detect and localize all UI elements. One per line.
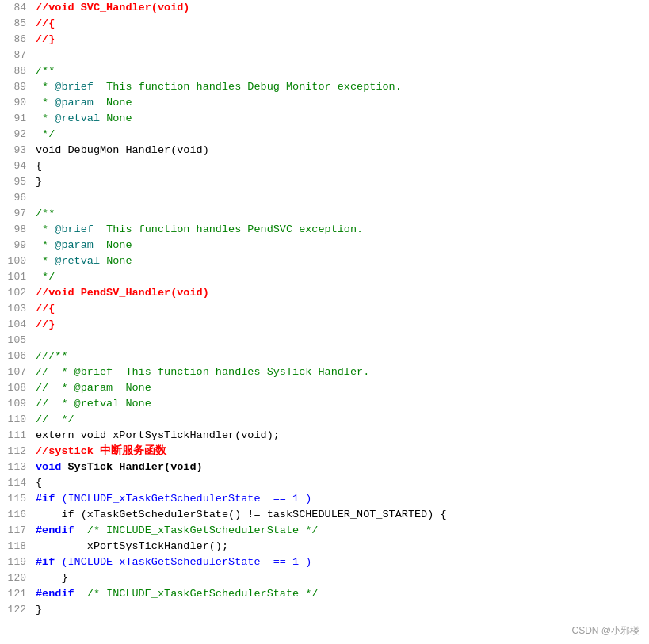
line-number: 113 — [0, 459, 36, 475]
line-content: #endif /* INCLUDE_xTaskGetSchedulerState… — [36, 523, 649, 539]
line-number: 93 — [0, 143, 36, 158]
line-number: 90 — [0, 95, 36, 111]
code-line: 113void SysTick_Handler(void) — [0, 459, 649, 475]
line-number: 115 — [0, 491, 36, 507]
line-number: 85 — [0, 16, 36, 32]
code-line: 120 } — [0, 570, 649, 586]
line-number: 91 — [0, 111, 36, 127]
code-line: 114{ — [0, 475, 649, 491]
line-number: 119 — [0, 554, 36, 570]
line-content: //{ — [36, 301, 649, 317]
line-content: } — [36, 174, 649, 190]
code-line: 87 — [0, 48, 649, 63]
line-content: //} — [36, 32, 649, 48]
line-number: 121 — [0, 586, 36, 602]
code-line: 104//} — [0, 317, 649, 333]
line-content: void DebugMon_Handler(void) — [36, 143, 649, 158]
code-block: 84//void SVC_Handler(void)85//{86//}8788… — [0, 0, 649, 618]
line-number: 95 — [0, 174, 36, 190]
code-line: 91 * @retval None — [0, 111, 649, 127]
code-line: 106///** — [0, 349, 649, 364]
line-content: #endif /* INCLUDE_xTaskGetSchedulerState… — [36, 586, 649, 602]
line-content: #if (INCLUDE_xTaskGetSchedulerState == 1… — [36, 554, 649, 570]
line-number: 122 — [0, 602, 36, 618]
line-content: void SysTick_Handler(void) — [36, 459, 649, 475]
line-number: 88 — [0, 63, 36, 79]
line-number: 92 — [0, 127, 36, 143]
line-number: 114 — [0, 475, 36, 491]
code-line: 111extern void xPortSysTickHandler(void)… — [0, 428, 649, 444]
code-line: 101 */ — [0, 269, 649, 285]
line-number: 98 — [0, 222, 36, 238]
line-content: xPortSysTickHandler(); — [36, 539, 649, 554]
line-content: * @brief This function handles Debug Mon… — [36, 79, 649, 95]
line-content: * @brief This function handles PendSVC e… — [36, 222, 649, 238]
line-number: 87 — [0, 48, 36, 63]
line-content: // * @param None — [36, 380, 649, 396]
line-number: 116 — [0, 507, 36, 523]
line-content: { — [36, 158, 649, 174]
line-content: } — [36, 602, 649, 618]
code-line: 94{ — [0, 158, 649, 174]
line-content: * @param None — [36, 238, 649, 253]
line-content: extern void xPortSysTickHandler(void); — [36, 428, 649, 444]
code-line: 102//void PendSV_Handler(void) — [0, 285, 649, 301]
line-number: 107 — [0, 364, 36, 380]
line-number: 99 — [0, 238, 36, 253]
line-number: 117 — [0, 523, 36, 539]
watermark: CSDN @小邪楼 — [571, 624, 639, 638]
line-content: // * @brief This function handles SysTic… — [36, 364, 649, 380]
code-line: 100 * @retval None — [0, 253, 649, 269]
line-content: * @retval None — [36, 111, 649, 127]
line-number: 103 — [0, 301, 36, 317]
line-number: 86 — [0, 32, 36, 48]
code-line: 117#endif /* INCLUDE_xTaskGetSchedulerSt… — [0, 523, 649, 539]
line-content: * @param None — [36, 95, 649, 111]
line-number: 118 — [0, 539, 36, 554]
line-number: 110 — [0, 412, 36, 428]
code-line: 96 — [0, 190, 649, 206]
line-number: 96 — [0, 190, 36, 206]
code-line: 115#if (INCLUDE_xTaskGetSchedulerState =… — [0, 491, 649, 507]
line-content: //void SVC_Handler(void) — [36, 0, 649, 16]
code-line: 107// * @brief This function handles Sys… — [0, 364, 649, 380]
line-content: //{ — [36, 16, 649, 32]
code-line: 103//{ — [0, 301, 649, 317]
line-content: if (xTaskGetSchedulerState() != taskSCHE… — [36, 507, 649, 523]
code-line: 92 */ — [0, 127, 649, 143]
line-content: */ — [36, 269, 649, 285]
line-number: 109 — [0, 396, 36, 412]
code-line: 110// */ — [0, 412, 649, 428]
code-line: 105 — [0, 333, 649, 349]
code-line: 88/** — [0, 63, 649, 79]
line-content: //void PendSV_Handler(void) — [36, 285, 649, 301]
line-content: ///** — [36, 349, 649, 364]
code-line: 99 * @param None — [0, 238, 649, 253]
code-line: 122} — [0, 602, 649, 618]
line-number: 84 — [0, 0, 36, 16]
line-content: //systick 中断服务函数 — [36, 444, 649, 459]
line-number: 97 — [0, 206, 36, 222]
line-number: 111 — [0, 428, 36, 444]
code-line: 84//void SVC_Handler(void) — [0, 0, 649, 16]
code-line: 97/** — [0, 206, 649, 222]
code-line: 85//{ — [0, 16, 649, 32]
code-line: 116 if (xTaskGetSchedulerState() != task… — [0, 507, 649, 523]
code-line: 90 * @param None — [0, 95, 649, 111]
line-content: /** — [36, 206, 649, 222]
line-number: 105 — [0, 333, 36, 349]
line-content: #if (INCLUDE_xTaskGetSchedulerState == 1… — [36, 491, 649, 507]
code-line: 86//} — [0, 32, 649, 48]
code-line: 98 * @brief This function handles PendSV… — [0, 222, 649, 238]
code-line: 119#if (INCLUDE_xTaskGetSchedulerState =… — [0, 554, 649, 570]
line-number: 108 — [0, 380, 36, 396]
code-line: 108// * @param None — [0, 380, 649, 396]
code-line: 89 * @brief This function handles Debug … — [0, 79, 649, 95]
line-content: // */ — [36, 412, 649, 428]
line-content: // * @retval None — [36, 396, 649, 412]
line-number: 106 — [0, 349, 36, 364]
line-number: 89 — [0, 79, 36, 95]
line-content: } — [36, 570, 649, 586]
line-content: { — [36, 475, 649, 491]
line-number: 120 — [0, 570, 36, 586]
